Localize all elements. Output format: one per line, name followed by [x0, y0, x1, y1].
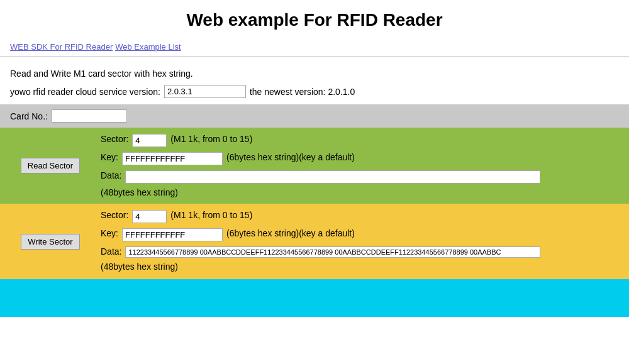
write-sector-hint: (M1 1k, from 0 to 15) — [170, 210, 252, 220]
read-sector-label: Sector: — [101, 134, 128, 144]
write-key-label: Key: — [101, 228, 118, 238]
nav-link-example-list[interactable]: Web Example List — [115, 42, 181, 52]
read-sector-fields: Sector: (M1 1k, from 0 to 15) Key: (6byt… — [101, 128, 629, 204]
read-data-label: Data: — [101, 170, 121, 180]
read-key-input[interactable] — [122, 152, 223, 165]
write-sector-fields: Sector: (M1 1k, from 0 to 15) Key: (6byt… — [101, 204, 629, 279]
write-sector-input[interactable] — [132, 210, 167, 223]
write-key-hint: (6bytes hex string)(key a default) — [226, 228, 355, 238]
nav-link-sdk[interactable]: WEB SDK For RFID Reader — [10, 42, 113, 52]
read-data-input[interactable] — [125, 170, 540, 184]
write-sector-button-col: Write Sector — [0, 204, 101, 279]
write-key-row: Key: (6bytes hex string)(key a default) — [101, 228, 619, 241]
read-key-hint: (6bytes hex string)(key a default) — [226, 152, 355, 162]
version-label: yowo rfid reader cloud service version: — [10, 87, 160, 97]
card-no-input[interactable] — [52, 109, 127, 123]
write-sector-section: Write Sector Sector: (M1 1k, from 0 to 1… — [0, 204, 629, 279]
card-no-label: Card No.: — [10, 111, 48, 121]
read-sector-button[interactable]: Read Sector — [21, 158, 80, 174]
card-no-row: Card No.: — [0, 104, 629, 128]
page-title: Web example For RFID Reader — [0, 0, 629, 38]
read-key-label: Key: — [101, 152, 118, 162]
read-key-row: Key: (6bytes hex string)(key a default) — [101, 152, 619, 165]
write-data-row: Data: (48bytes hex string) — [101, 246, 619, 272]
version-row: yowo rfid reader cloud service version: … — [0, 81, 629, 104]
write-data-label: Data: — [101, 246, 121, 256]
read-sector-hint: (M1 1k, from 0 to 15) — [170, 134, 252, 144]
nav-links: WEB SDK For RFID Reader Web Example List — [0, 38, 629, 57]
write-sector-label: Sector: — [101, 210, 128, 220]
write-data-input[interactable] — [125, 246, 540, 258]
write-sector-row: Sector: (M1 1k, from 0 to 15) — [101, 210, 619, 223]
cyan-bottom-bar — [0, 279, 629, 317]
read-sector-button-col: Read Sector — [0, 128, 101, 204]
newest-version-label: the newest version: 2.0.1.0 — [250, 87, 355, 97]
write-data-hint: (48bytes hex string) — [101, 262, 178, 272]
description-text: Read and Write M1 card sector with hex s… — [0, 63, 629, 81]
write-sector-button[interactable]: Write Sector — [21, 234, 79, 250]
read-data-row: Data: (48bytes hex string) — [101, 170, 619, 197]
read-sector-row: Sector: (M1 1k, from 0 to 15) — [101, 134, 619, 147]
write-key-input[interactable] — [122, 228, 223, 241]
divider — [0, 57, 629, 57]
read-sector-section: Read Sector Sector: (M1 1k, from 0 to 15… — [0, 128, 629, 204]
read-data-hint: (48bytes hex string) — [101, 187, 178, 197]
version-input[interactable] — [164, 85, 246, 98]
read-sector-input[interactable] — [132, 134, 167, 147]
